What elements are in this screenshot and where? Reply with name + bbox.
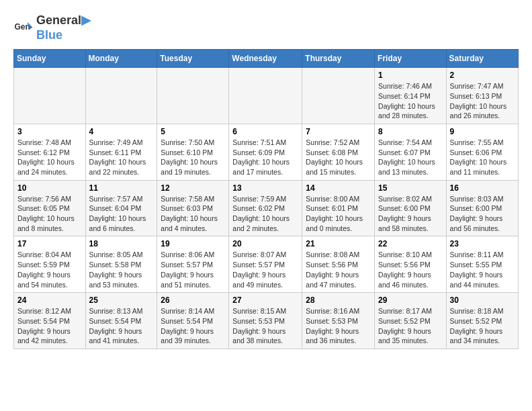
day-number: 27 [232, 295, 298, 305]
day-number: 3 [17, 127, 82, 136]
day-cell: 8Sunrise: 7:54 AMSunset: 6:07 PMDaylight… [375, 124, 447, 180]
day-info: Sunrise: 8:15 AMSunset: 5:53 PMDaylight:… [232, 306, 298, 346]
day-cell: 10Sunrise: 7:56 AMSunset: 6:05 PMDayligh… [14, 180, 86, 236]
page-header: Gen General▶ Blue [13, 13, 519, 42]
day-info: Sunrise: 8:07 AMSunset: 5:57 PMDaylight:… [232, 250, 298, 289]
day-number: 29 [378, 295, 443, 305]
day-cell: 28Sunrise: 8:16 AMSunset: 5:53 PMDayligh… [302, 293, 375, 349]
day-info: Sunrise: 7:57 AMSunset: 6:04 PMDaylight:… [89, 194, 154, 234]
day-cell: 2Sunrise: 7:47 AMSunset: 6:13 PMDaylight… [446, 68, 518, 124]
logo-text: General▶ Blue [36, 13, 91, 42]
day-number: 25 [89, 295, 154, 305]
day-number: 13 [232, 183, 298, 193]
day-info: Sunrise: 8:17 AMSunset: 5:52 PMDaylight:… [378, 306, 443, 346]
weekday-header-friday: Friday [375, 50, 447, 68]
week-row-4: 17Sunrise: 8:04 AMSunset: 5:59 PMDayligh… [14, 236, 519, 293]
day-cell: 26Sunrise: 8:14 AMSunset: 5:54 PMDayligh… [157, 293, 229, 349]
day-info: Sunrise: 8:06 AMSunset: 5:57 PMDaylight:… [161, 250, 225, 289]
day-number: 1 [378, 71, 443, 80]
day-cell: 7Sunrise: 7:52 AMSunset: 6:08 PMDaylight… [302, 124, 375, 180]
day-info: Sunrise: 7:55 AMSunset: 6:06 PMDaylight:… [450, 138, 515, 177]
day-number: 6 [232, 127, 298, 136]
weekday-header-tuesday: Tuesday [157, 50, 229, 68]
day-cell: 30Sunrise: 8:18 AMSunset: 5:52 PMDayligh… [446, 293, 518, 349]
day-info: Sunrise: 8:05 AMSunset: 5:58 PMDaylight:… [89, 250, 154, 289]
day-number: 18 [89, 239, 154, 248]
day-info: Sunrise: 7:54 AMSunset: 6:07 PMDaylight:… [378, 138, 443, 177]
day-cell [85, 68, 157, 124]
day-number: 23 [450, 239, 515, 248]
calendar-table: SundayMondayTuesdayWednesdayThursdayFrid… [13, 49, 519, 349]
day-cell: 17Sunrise: 8:04 AMSunset: 5:59 PMDayligh… [14, 236, 86, 293]
day-cell: 14Sunrise: 8:00 AMSunset: 6:01 PMDayligh… [302, 180, 375, 236]
day-cell: 23Sunrise: 8:11 AMSunset: 5:55 PMDayligh… [446, 236, 518, 293]
logo-icon: Gen [13, 18, 34, 38]
day-cell: 25Sunrise: 8:13 AMSunset: 5:54 PMDayligh… [85, 293, 157, 349]
day-cell: 11Sunrise: 7:57 AMSunset: 6:04 PMDayligh… [85, 180, 157, 236]
day-info: Sunrise: 7:58 AMSunset: 6:03 PMDaylight:… [161, 194, 225, 234]
day-cell: 4Sunrise: 7:49 AMSunset: 6:11 PMDaylight… [85, 124, 157, 180]
day-cell: 9Sunrise: 7:55 AMSunset: 6:06 PMDaylight… [446, 124, 518, 180]
day-cell: 21Sunrise: 8:08 AMSunset: 5:56 PMDayligh… [302, 236, 375, 293]
day-number: 16 [450, 183, 515, 193]
day-number: 4 [89, 127, 154, 136]
day-info: Sunrise: 7:48 AMSunset: 6:12 PMDaylight:… [17, 138, 82, 177]
day-cell: 29Sunrise: 8:17 AMSunset: 5:52 PMDayligh… [375, 293, 447, 349]
day-number: 10 [17, 183, 82, 193]
day-cell: 24Sunrise: 8:12 AMSunset: 5:54 PMDayligh… [14, 293, 86, 349]
weekday-header-monday: Monday [85, 50, 157, 68]
weekday-header-wednesday: Wednesday [229, 50, 302, 68]
day-info: Sunrise: 7:49 AMSunset: 6:11 PMDaylight:… [89, 138, 154, 177]
day-info: Sunrise: 7:56 AMSunset: 6:05 PMDaylight:… [17, 194, 82, 234]
day-number: 5 [161, 127, 225, 136]
day-info: Sunrise: 8:10 AMSunset: 5:56 PMDaylight:… [378, 250, 443, 289]
day-info: Sunrise: 8:02 AMSunset: 6:00 PMDaylight:… [378, 194, 443, 234]
day-cell: 12Sunrise: 7:58 AMSunset: 6:03 PMDayligh… [157, 180, 229, 236]
weekday-header-thursday: Thursday [302, 50, 375, 68]
day-cell: 18Sunrise: 8:05 AMSunset: 5:58 PMDayligh… [85, 236, 157, 293]
day-info: Sunrise: 8:00 AMSunset: 6:01 PMDaylight:… [306, 194, 371, 234]
day-cell: 19Sunrise: 8:06 AMSunset: 5:57 PMDayligh… [157, 236, 229, 293]
weekday-header-saturday: Saturday [446, 50, 518, 68]
day-number: 26 [161, 295, 225, 305]
day-info: Sunrise: 7:46 AMSunset: 6:14 PMDaylight:… [378, 81, 443, 121]
day-cell [157, 68, 229, 124]
day-number: 12 [161, 183, 225, 193]
week-row-1: 1Sunrise: 7:46 AMSunset: 6:14 PMDaylight… [14, 68, 519, 124]
day-cell [229, 68, 302, 124]
day-cell: 20Sunrise: 8:07 AMSunset: 5:57 PMDayligh… [229, 236, 302, 293]
day-cell [14, 68, 86, 124]
day-cell: 1Sunrise: 7:46 AMSunset: 6:14 PMDaylight… [375, 68, 447, 124]
day-info: Sunrise: 8:14 AMSunset: 5:54 PMDaylight:… [161, 306, 225, 346]
day-info: Sunrise: 8:04 AMSunset: 5:59 PMDaylight:… [17, 250, 82, 289]
day-info: Sunrise: 7:52 AMSunset: 6:08 PMDaylight:… [306, 138, 371, 177]
logo: Gen General▶ Blue [13, 13, 91, 42]
day-number: 24 [17, 295, 82, 305]
day-info: Sunrise: 7:50 AMSunset: 6:10 PMDaylight:… [161, 138, 225, 177]
day-cell: 22Sunrise: 8:10 AMSunset: 5:56 PMDayligh… [375, 236, 447, 293]
day-number: 8 [378, 127, 443, 136]
day-cell: 16Sunrise: 8:03 AMSunset: 6:00 PMDayligh… [446, 180, 518, 236]
day-info: Sunrise: 8:18 AMSunset: 5:52 PMDaylight:… [450, 306, 515, 346]
day-number: 19 [161, 239, 225, 248]
day-info: Sunrise: 8:11 AMSunset: 5:55 PMDaylight:… [450, 250, 515, 289]
day-info: Sunrise: 8:16 AMSunset: 5:53 PMDaylight:… [306, 306, 371, 346]
day-number: 11 [89, 183, 154, 193]
day-info: Sunrise: 8:12 AMSunset: 5:54 PMDaylight:… [17, 306, 82, 346]
day-number: 14 [306, 183, 371, 193]
day-cell: 13Sunrise: 7:59 AMSunset: 6:02 PMDayligh… [229, 180, 302, 236]
day-info: Sunrise: 7:59 AMSunset: 6:02 PMDaylight:… [232, 194, 298, 234]
day-number: 17 [17, 239, 82, 248]
day-cell: 6Sunrise: 7:51 AMSunset: 6:09 PMDaylight… [229, 124, 302, 180]
day-number: 15 [378, 183, 443, 193]
day-number: 20 [232, 239, 298, 248]
day-info: Sunrise: 7:47 AMSunset: 6:13 PMDaylight:… [450, 81, 515, 121]
day-cell: 15Sunrise: 8:02 AMSunset: 6:00 PMDayligh… [375, 180, 447, 236]
week-row-2: 3Sunrise: 7:48 AMSunset: 6:12 PMDaylight… [14, 124, 519, 180]
week-row-3: 10Sunrise: 7:56 AMSunset: 6:05 PMDayligh… [14, 180, 519, 236]
day-info: Sunrise: 8:08 AMSunset: 5:56 PMDaylight:… [306, 250, 371, 289]
weekday-header-sunday: Sunday [14, 50, 86, 68]
week-row-5: 24Sunrise: 8:12 AMSunset: 5:54 PMDayligh… [14, 293, 519, 349]
day-number: 30 [450, 295, 515, 305]
day-info: Sunrise: 7:51 AMSunset: 6:09 PMDaylight:… [232, 138, 298, 177]
